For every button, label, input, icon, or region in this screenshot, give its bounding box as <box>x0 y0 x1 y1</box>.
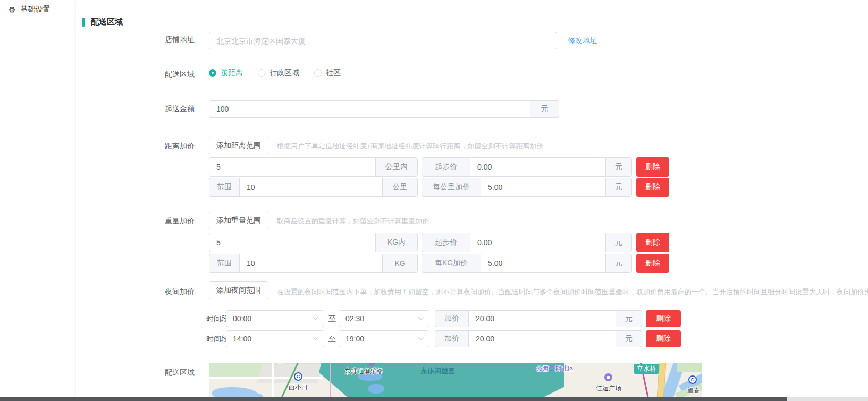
map-green-area <box>677 363 702 372</box>
chevron-down-icon <box>313 314 318 320</box>
night-price-input[interactable] <box>468 330 616 347</box>
time-to-value: 19:00 <box>345 335 364 343</box>
night-price-prefix: 加价 <box>435 330 469 347</box>
to-word: 至 <box>328 335 336 344</box>
range-prefix: 范围 <box>209 254 240 273</box>
distance-unit-suffix: 公里 <box>382 178 418 197</box>
base-price-input[interactable] <box>470 233 606 252</box>
night-price-input[interactable] <box>468 310 616 327</box>
per-km-price-input[interactable] <box>481 178 606 197</box>
map-subway-line-pink <box>330 363 331 398</box>
section-accent-bar <box>82 18 85 27</box>
map-park-label-line2: 市休闲公园 <box>420 366 455 375</box>
main-content: 配送区域 店铺地址 修改地址 配送区域 按距离 行政区域 社区 起送金额 元 距… <box>75 0 868 401</box>
time-from-select[interactable]: 00:00 <box>226 310 324 327</box>
weight-section-label: 重量加价 <box>75 216 195 226</box>
base-price-prefix: 起步价 <box>422 233 470 252</box>
min-amount-unit-suffix: 元 <box>530 100 559 118</box>
per-kg-price-prefix: 每KG加价 <box>422 254 481 273</box>
weight-range-input[interactable] <box>209 233 376 252</box>
map-road <box>209 377 323 379</box>
map-pond <box>368 384 384 394</box>
map-poi-label: 佳运广场 <box>596 384 621 393</box>
night-hint: 在设置的夜间时间范围内下单，加收费用！如留空，则不计算夜间加价。当配送时间与多个… <box>277 287 868 297</box>
price-unit-suffix: 元 <box>605 254 632 273</box>
distance-range-input[interactable] <box>209 157 376 177</box>
address-label: 店铺地址 <box>75 35 195 45</box>
radio-unselected-icon <box>258 69 265 77</box>
distance-range-input[interactable] <box>239 178 383 197</box>
map-poi-label: 东升汇俱乐部 <box>344 367 383 376</box>
weight-hint: 取商品设置的重量计算，如留空则不计算重量加价 <box>277 216 429 226</box>
address-input[interactable] <box>209 32 557 49</box>
scrollbar-thumb[interactable] <box>0 397 787 401</box>
radio-by-distance[interactable]: 按距离 <box>209 68 243 78</box>
time-to-value: 02:30 <box>345 314 364 323</box>
sidebar-item-label: 基础设置 <box>20 5 50 14</box>
delivery-area-map[interactable]: G G 西小口 东升汇俱乐部 东小口城 市休闲公园 公园二期北区 立水桥 佳运广… <box>209 363 702 398</box>
distance-hint: 根据用户下单定位地址经纬度+商家地址经纬度计算骑行距离，如留空则不计算距离加价 <box>277 141 544 151</box>
add-weight-range-button[interactable]: 添加重量范围 <box>209 212 268 229</box>
radio-label: 社区 <box>326 68 341 78</box>
delete-button[interactable]: 删除 <box>646 330 681 347</box>
time-range-label: 时间段 <box>206 335 229 344</box>
area-type-label: 配送区域 <box>75 70 195 79</box>
to-word: 至 <box>328 314 336 324</box>
metro-station-icon: G <box>294 372 302 381</box>
map-poi-label: 望春 <box>687 386 700 395</box>
delete-button[interactable]: 删除 <box>636 254 669 273</box>
time-from-select[interactable]: 14:00 <box>226 330 324 347</box>
gear-icon: ⚙ <box>9 6 15 14</box>
sidebar-item-basic-settings[interactable]: ⚙ 基础设置 <box>0 0 74 19</box>
time-from-value: 00:00 <box>233 314 251 323</box>
per-km-price-prefix: 每公里加价 <box>422 178 481 197</box>
radio-label: 行政区域 <box>269 68 299 78</box>
weight-unit-suffix: KG <box>382 254 418 273</box>
distance-section-label: 距离加价 <box>75 141 195 151</box>
map-poi-label: 公园二期北区 <box>536 364 574 373</box>
min-amount-input[interactable] <box>209 100 530 118</box>
radio-admin-region[interactable]: 行政区域 <box>258 68 299 78</box>
sidebar: ⚙ 基础设置 <box>0 0 74 401</box>
price-unit-suffix: 元 <box>616 310 642 327</box>
map-station-badge: 立水桥 <box>634 364 659 374</box>
base-price-prefix: 起步价 <box>422 157 470 177</box>
night-section-label: 夜间加价 <box>75 287 195 297</box>
map-section-label: 配送区域 <box>75 368 195 378</box>
time-to-select[interactable]: 19:00 <box>339 330 429 347</box>
section-title: 配送区域 <box>91 17 123 27</box>
night-price-prefix: 加价 <box>435 310 469 327</box>
delete-button[interactable]: 删除 <box>636 233 669 252</box>
add-night-range-button[interactable]: 添加夜间范围 <box>209 281 268 299</box>
map-road <box>272 363 274 398</box>
time-range-label: 时间段 <box>206 314 229 324</box>
area-type-radio-group: 按距离 行政区域 社区 <box>209 68 341 78</box>
min-amount-label: 起送金额 <box>75 104 195 114</box>
delete-button[interactable]: 删除 <box>646 310 681 327</box>
weight-range-input[interactable] <box>239 254 383 273</box>
per-kg-price-input[interactable] <box>481 254 606 273</box>
base-price-input[interactable] <box>470 157 606 177</box>
chevron-down-icon <box>418 335 424 340</box>
horizontal-scrollbar[interactable] <box>0 397 868 401</box>
delete-button[interactable]: 删除 <box>636 178 669 197</box>
delete-button[interactable]: 删除 <box>636 157 669 177</box>
radio-community[interactable]: 社区 <box>314 68 341 78</box>
time-from-value: 14:00 <box>233 335 251 343</box>
chevron-down-icon <box>418 314 424 320</box>
distance-unit-suffix: 公里内 <box>375 157 418 177</box>
modify-address-link[interactable]: 修改地址 <box>568 36 597 46</box>
radio-unselected-icon <box>314 69 322 77</box>
price-unit-suffix: 元 <box>605 233 632 252</box>
price-unit-suffix: 元 <box>605 157 632 177</box>
price-unit-suffix: 元 <box>616 330 642 347</box>
metro-station-icon: G <box>688 375 697 384</box>
chevron-down-icon <box>313 335 318 340</box>
section-header: 配送区域 <box>82 17 123 27</box>
map-poi-label: 西小口 <box>289 383 308 392</box>
mall-icon <box>604 373 612 381</box>
add-distance-range-button[interactable]: 添加距离范围 <box>209 137 268 154</box>
time-to-select[interactable]: 02:30 <box>339 310 429 327</box>
weight-unit-suffix: KG内 <box>375 233 418 252</box>
range-prefix: 范围 <box>209 178 240 197</box>
